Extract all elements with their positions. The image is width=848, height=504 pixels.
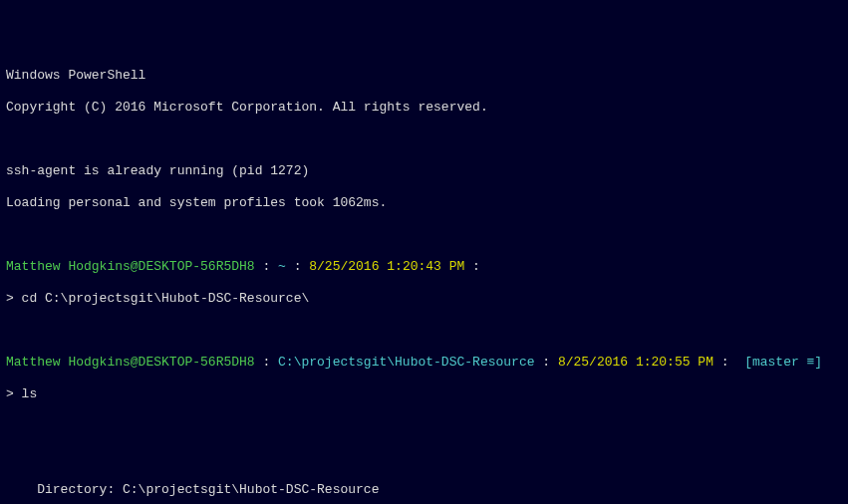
timestamp: 8/25/2016 1:20:55 PM <box>558 355 713 370</box>
userhost: Matthew Hodgkins@DESKTOP-56R5DH8 <box>6 259 255 274</box>
ps-copyright: Copyright (C) 2016 Microsoft Corporation… <box>6 100 842 116</box>
command-cd: cd C:\projectsgit\Hubot-DSC-Resource\ <box>22 291 310 306</box>
sep: : <box>713 355 744 370</box>
command-line-2[interactable]: > ls <box>6 386 842 402</box>
sep: : <box>464 259 480 274</box>
blank-line <box>6 450 842 466</box>
ssh-status: ssh-agent is already running (pid 1272) <box>6 163 842 179</box>
blank-line <box>6 131 842 147</box>
cwd: ~ <box>278 259 286 274</box>
blank-line <box>6 418 842 434</box>
directory-line: Directory: C:\projectsgit\Hubot-DSC-Reso… <box>6 482 842 498</box>
userhost: Matthew Hodgkins@DESKTOP-56R5DH8 <box>6 355 255 370</box>
profile-status: Loading personal and system profiles too… <box>6 195 842 211</box>
timestamp: 8/25/2016 1:20:43 PM <box>309 259 464 274</box>
blank-line <box>6 323 842 339</box>
command-line-1[interactable]: > cd C:\projectsgit\Hubot-DSC-Resource\ <box>6 291 842 307</box>
sep: : <box>286 259 309 274</box>
prompt-arrow: > <box>6 291 22 306</box>
cwd: C:\projectsgit\Hubot-DSC-Resource <box>278 355 534 370</box>
command-ls: ls <box>22 386 38 401</box>
ps-title: Windows PowerShell <box>6 68 842 84</box>
blank-line <box>6 227 842 243</box>
sep: : <box>535 355 558 370</box>
sep: : <box>255 355 278 370</box>
git-branch: [master ≡] <box>744 355 822 370</box>
prompt-arrow: > <box>6 386 22 401</box>
prompt-line-1: Matthew Hodgkins@DESKTOP-56R5DH8 : ~ : 8… <box>6 259 842 275</box>
sep: : <box>255 259 278 274</box>
prompt-line-2: Matthew Hodgkins@DESKTOP-56R5DH8 : C:\pr… <box>6 355 842 371</box>
